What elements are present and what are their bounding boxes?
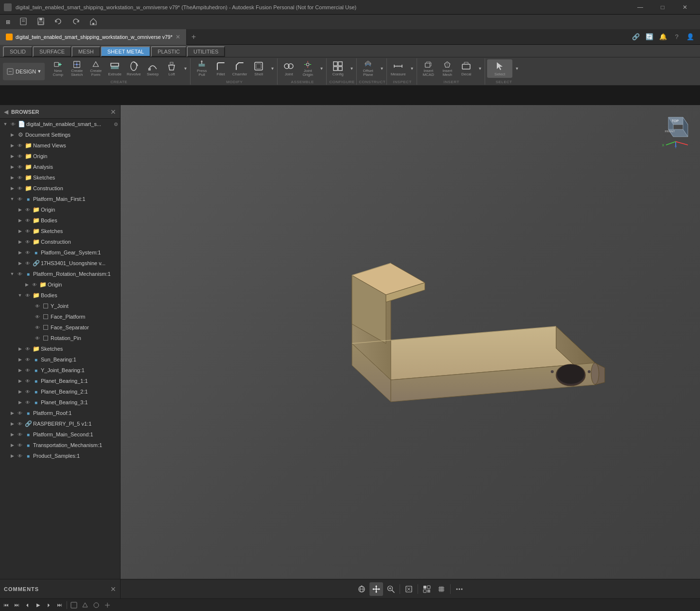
- app-menu-grid[interactable]: ⊞: [2, 17, 14, 27]
- tree-origin-eye[interactable]: 👁: [17, 153, 23, 160]
- playback-start[interactable]: ⏮: [1, 600, 12, 611]
- tab-utilities[interactable]: UTILITIES: [187, 46, 225, 57]
- tree-origin3[interactable]: 👁 📁 Origin: [0, 279, 120, 290]
- playback-back[interactable]: ⏴: [22, 600, 33, 611]
- tree-doc-settings[interactable]: ⚙ Document Settings: [0, 129, 120, 140]
- nav-more-button[interactable]: [453, 582, 466, 596]
- tree-pmf-arrow[interactable]: [9, 196, 16, 202]
- minimize-button[interactable]: —: [629, 0, 651, 15]
- tree-platform-rotation[interactable]: 👁 ■ Platform_Rotation_Mechanism:1: [0, 269, 120, 279]
- viewcube[interactable]: TOP FRONT Y X: [656, 110, 695, 149]
- tree-named-views-eye[interactable]: 👁: [17, 142, 23, 149]
- tree-pg-arrow[interactable]: [17, 249, 23, 256]
- tab-nav-notify[interactable]: 🔔: [657, 31, 669, 43]
- tree-sk3-eye[interactable]: 👁: [24, 345, 31, 352]
- menu-redo[interactable]: [68, 15, 84, 29]
- tree-pr-eye[interactable]: 👁: [17, 410, 23, 416]
- tree-rp-eye[interactable]: 👁: [34, 335, 41, 341]
- browser-close-icon[interactable]: ✕: [110, 108, 116, 116]
- tree-sketches2[interactable]: 👁 📁 Sketches: [0, 226, 120, 236]
- tree-platform-main-second[interactable]: 👁 ■ Platform_Main_Second:1: [0, 429, 120, 440]
- tree-sb-eye[interactable]: 👁: [24, 356, 31, 363]
- tree-17hs[interactable]: 👁 🔗 17HS3401_Usongshine v...: [0, 258, 120, 269]
- tree-platform-roof[interactable]: 👁 ■ Platform_Roof:1: [0, 408, 120, 418]
- tree-bodies2-arrow[interactable]: [17, 292, 23, 299]
- tree-face-platform[interactable]: 👁 Face_Platform: [0, 311, 120, 322]
- tree-analysis[interactable]: 👁 📁 Analysis: [0, 162, 120, 172]
- offset-plane-button[interactable]: OffsetPlane: [359, 59, 377, 78]
- tree-pb2-eye[interactable]: 👁: [24, 388, 31, 395]
- tree-sketches3[interactable]: 👁 📁 Sketches: [0, 343, 120, 354]
- tree-bodies-eye[interactable]: 👁: [24, 217, 31, 224]
- joint-button[interactable]: Joint: [280, 59, 298, 78]
- tree-sketches-arrow[interactable]: [9, 174, 16, 181]
- tree-fs-eye[interactable]: 👁: [34, 324, 41, 331]
- tree-origin2-arrow[interactable]: [17, 206, 23, 213]
- decal-button[interactable]: Decal: [457, 59, 475, 78]
- maximize-button[interactable]: □: [651, 0, 674, 15]
- press-pull-button[interactable]: PressPull: [192, 59, 211, 78]
- new-component-button[interactable]: NewComp: [49, 59, 67, 78]
- tree-origin2[interactable]: 👁 📁 Origin: [0, 204, 120, 215]
- tree-pr-arrow[interactable]: [9, 410, 16, 416]
- tab-close-button[interactable]: ✕: [175, 34, 180, 40]
- construct-more-button[interactable]: ▾: [378, 59, 385, 78]
- configure-button[interactable]: Config: [329, 59, 347, 78]
- select-more-button[interactable]: ▾: [513, 59, 521, 78]
- tree-face-separator[interactable]: 👁 Face_Separator: [0, 322, 120, 333]
- tab-mesh[interactable]: MESH: [71, 46, 101, 57]
- tree-tm-eye[interactable]: 👁: [17, 442, 23, 449]
- insert-mesh-button[interactable]: InsertMesh: [438, 59, 456, 78]
- tab-sheet-metal[interactable]: SHEET METAL: [101, 46, 151, 57]
- tree-bodies-arrow[interactable]: [17, 217, 23, 224]
- tab-nav-user[interactable]: 👤: [684, 31, 696, 43]
- bottom-tool-2[interactable]: [80, 600, 90, 611]
- tree-sb-arrow[interactable]: [17, 356, 23, 363]
- tree-bodies2-eye[interactable]: 👁: [24, 292, 31, 299]
- 3d-viewport[interactable]: TOP FRONT Y X: [121, 105, 700, 611]
- shell-button[interactable]: Shell: [249, 59, 268, 78]
- display-mode-button[interactable]: [420, 582, 434, 596]
- measure-button[interactable]: Measure: [389, 59, 407, 78]
- bottom-tool-1[interactable]: [69, 600, 79, 611]
- playback-forward[interactable]: ⏵: [44, 600, 54, 611]
- tree-platform-gear[interactable]: 👁 ■ Platform_Gear_System:1: [0, 247, 120, 258]
- tree-planet-bearing-2[interactable]: 👁 ■ Planet_Bearing_2:1: [0, 386, 120, 397]
- create-sketch-button[interactable]: CreateSketch: [68, 59, 86, 78]
- chamfer-button[interactable]: Chamfer: [230, 59, 249, 78]
- tree-platform-main-first[interactable]: 👁 ■ Platform_Main_First:1: [0, 194, 120, 204]
- tree-rpi-eye[interactable]: 👁: [17, 420, 23, 427]
- tree-origin-arrow[interactable]: [9, 153, 16, 160]
- tab-solid[interactable]: SOLID: [3, 46, 33, 57]
- tree-tm-arrow[interactable]: [9, 442, 16, 449]
- tree-pmf-eye[interactable]: 👁: [17, 196, 23, 202]
- tree-construction2[interactable]: 👁 📁 Construction: [0, 236, 120, 247]
- inspect-more-button[interactable]: ▾: [408, 59, 416, 78]
- tree-root-eye[interactable]: 👁: [10, 121, 17, 127]
- tree-17hs-eye[interactable]: 👁: [24, 260, 31, 267]
- insert-more-button[interactable]: ▾: [476, 59, 484, 78]
- tree-pms-arrow[interactable]: [9, 431, 16, 438]
- active-tab[interactable]: digital_twin_enabled_smart_shipping_work…: [0, 29, 187, 45]
- tree-raspberry-pi[interactable]: 👁 🔗 RASPBERRY_PI_5 v1:1: [0, 418, 120, 429]
- tree-sun-bearing[interactable]: 👁 ■ Sun_Bearing:1: [0, 354, 120, 365]
- tree-y-joint[interactable]: 👁 Y_Joint: [0, 301, 120, 311]
- tree-y-joint-bearing[interactable]: 👁 ■ Y_Joint_Bearing:1: [0, 365, 120, 376]
- tab-nav-help[interactable]: ?: [671, 31, 682, 43]
- new-tab-button[interactable]: +: [187, 33, 201, 41]
- tree-bodies[interactable]: 👁 📁 Bodies: [0, 215, 120, 226]
- tree-construction-arrow[interactable]: [9, 185, 16, 192]
- tree-rotation-pin[interactable]: 👁 Rotation_Pin: [0, 333, 120, 343]
- assemble-more-button[interactable]: ▾: [317, 59, 325, 78]
- tree-named-views-arrow[interactable]: [9, 142, 16, 149]
- close-button[interactable]: ✕: [674, 0, 696, 15]
- tree-origin3-eye[interactable]: 👁: [31, 281, 38, 288]
- pan-button[interactable]: [369, 582, 383, 596]
- fit-button[interactable]: [402, 582, 416, 596]
- tree-ps-arrow[interactable]: [9, 452, 16, 459]
- tree-origin3-arrow[interactable]: [23, 281, 30, 288]
- extrude-button[interactable]: Extrude: [105, 59, 124, 78]
- playback-end[interactable]: ⏭: [54, 600, 65, 611]
- tab-nav-link[interactable]: 🔗: [630, 31, 642, 43]
- joint-origin-button[interactable]: JointOrigin: [298, 59, 317, 78]
